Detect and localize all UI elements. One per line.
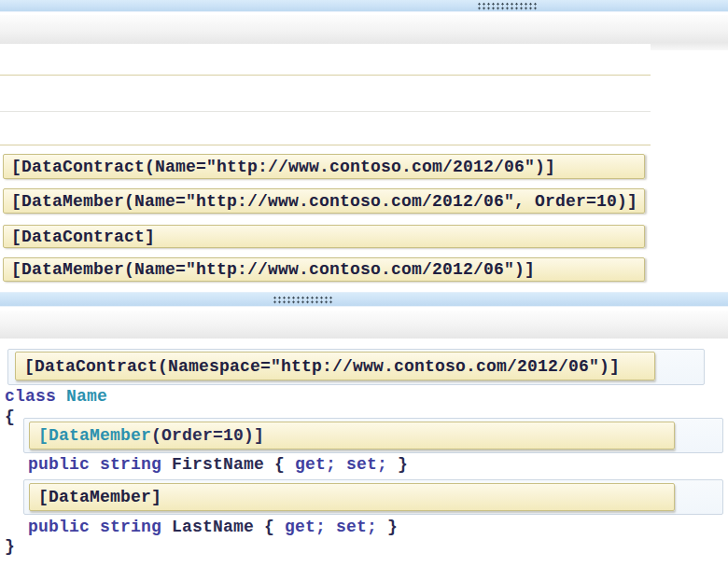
accessors: get; set;	[295, 455, 398, 474]
answer-area-divider	[0, 111, 651, 112]
accessors: get; set;	[285, 518, 387, 536]
close-brace: }	[398, 455, 408, 474]
keyword-public-string: public string	[28, 455, 172, 474]
code-area-header	[0, 311, 728, 339]
top-splitter-bar[interactable]	[0, 0, 728, 12]
dropped-token-datacontract-namespace[interactable]: [DataContract(Namespace="http://www.cont…	[15, 352, 655, 380]
attribute-args: (Order=10)]	[151, 426, 264, 445]
drag-drop-question: [DataContract(Name="http://www.contoso.c…	[0, 0, 728, 567]
code-token-datamember-name[interactable]: [DataMember(Name="http://www.contoso.com…	[3, 257, 645, 282]
open-brace: {	[274, 455, 295, 474]
code-token-datacontract-name[interactable]: [DataContract(Name="http://www.contoso.c…	[3, 154, 645, 179]
property-name: LastName	[172, 518, 264, 536]
dropped-token-datamember-order[interactable]: [DataMember(Order=10)]	[29, 422, 675, 449]
open-brace: {	[264, 518, 285, 536]
code-token-datamember-name-order[interactable]: [DataMember(Name="http://www.contoso.com…	[3, 188, 645, 214]
attribute-name: [DataMember	[38, 426, 151, 445]
answer-area-divider	[0, 75, 651, 76]
code-line-open-brace: {	[5, 408, 15, 426]
dropped-token-datamember[interactable]: [DataMember]	[29, 483, 675, 511]
keyword-public-string: public string	[28, 518, 172, 536]
keyword-class: class	[5, 387, 66, 406]
code-line-close-brace: }	[5, 537, 15, 556]
code-line-class-declaration: class Name	[5, 387, 107, 406]
code-line-lastname-property: public string LastName { get; set; }	[28, 518, 398, 536]
middle-splitter-bar[interactable]	[0, 292, 728, 307]
answer-area-divider	[0, 145, 651, 145]
code-line-firstname-property: public string FirstName { get; set; }	[28, 455, 408, 474]
close-brace: }	[387, 518, 398, 536]
grip-dots-icon[interactable]	[477, 2, 539, 10]
property-name: FirstName	[172, 455, 274, 474]
answer-area-header	[0, 15, 728, 44]
type-name: Name	[66, 387, 107, 406]
answer-area-header-corner	[651, 43, 728, 50]
code-token-datacontract[interactable]: [DataContract]	[3, 225, 645, 248]
grip-dots-icon[interactable]	[273, 296, 334, 304]
